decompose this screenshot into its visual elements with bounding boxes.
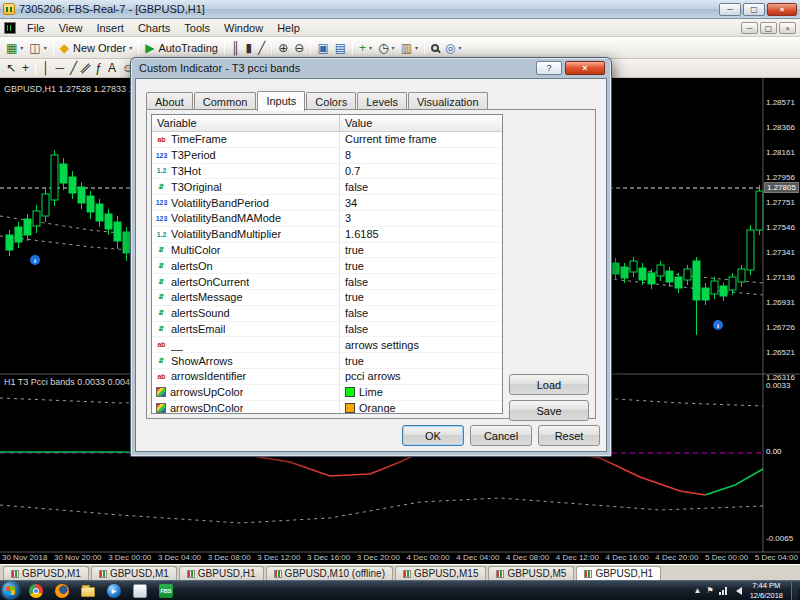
param-row-arrowsIdentifier[interactable]: abarrowsIdentifierpcci arrows: [152, 369, 502, 385]
param-row-alertsOnCurrent[interactable]: ⇵alertsOnCurrentfalse: [152, 274, 502, 290]
chart-tab-gbpusd-h1[interactable]: GBPUSD,H1: [576, 566, 661, 580]
autotrading-button[interactable]: ▶AutoTrading: [142, 39, 221, 57]
save-button[interactable]: Save: [509, 400, 589, 421]
community-button[interactable]: ◎▾: [442, 39, 465, 57]
menu-tools[interactable]: Tools: [177, 20, 217, 36]
volume-icon[interactable]: [732, 587, 742, 595]
chart-window-icon[interactable]: [4, 22, 16, 34]
param-value-cell[interactable]: 1.6185: [340, 228, 502, 240]
profiles-button[interactable]: ◫▾: [26, 39, 49, 57]
start-button[interactable]: [2, 582, 19, 599]
taskbar-app-media[interactable]: [104, 582, 124, 600]
menu-help[interactable]: Help: [270, 20, 307, 36]
dialog-close-button[interactable]: ×: [565, 61, 605, 75]
param-row-__[interactable]: ab__arrows settings: [152, 337, 502, 353]
param-row-T3Original[interactable]: ⇵T3Originalfalse: [152, 179, 502, 195]
periods-button[interactable]: ◷▾: [375, 39, 398, 57]
param-row-VolatilityBandMultiplier[interactable]: 1.2VolatilityBandMultiplier1.6185: [152, 227, 502, 243]
param-value-cell[interactable]: true: [340, 291, 502, 303]
param-row-T3Hot[interactable]: 1.2T3Hot0.7: [152, 164, 502, 180]
param-row-alertsSound[interactable]: ⇵alertsSoundfalse: [152, 306, 502, 322]
param-value-cell[interactable]: false: [340, 276, 502, 288]
param-row-TimeFrame[interactable]: abTimeFrameCurrent time frame: [152, 132, 502, 148]
bars-chart-button[interactable]: ║: [228, 39, 243, 57]
chart-tab-gbpusd-m5[interactable]: GBPUSD,M5: [488, 566, 574, 580]
param-value-cell[interactable]: Current time frame: [340, 133, 502, 145]
child-restore-button[interactable]: ▢: [760, 22, 777, 34]
chart-tab-gbpusd-m1[interactable]: GBPUSD,M1: [91, 566, 177, 580]
param-value-cell[interactable]: arrows settings: [340, 339, 502, 351]
menu-insert[interactable]: Insert: [89, 20, 131, 36]
menu-file[interactable]: File: [20, 20, 52, 36]
arrange-windows-button[interactable]: ▤: [332, 39, 349, 57]
param-value-cell[interactable]: true: [340, 355, 502, 367]
child-close-button[interactable]: ×: [779, 22, 796, 34]
minimize-button[interactable]: ─: [719, 3, 741, 16]
candles-chart-button[interactable]: ▮: [242, 39, 255, 57]
param-value-cell[interactable]: 3: [340, 212, 502, 224]
param-row-alertsOn[interactable]: ⇵alertsOntrue: [152, 258, 502, 274]
ok-button[interactable]: OK: [402, 425, 464, 446]
taskbar-app-chrome[interactable]: [26, 582, 46, 600]
taskbar-clock[interactable]: 7:44 PM 12/6/2018: [750, 581, 783, 600]
chart-tab-gbpusd-m15[interactable]: GBPUSD,M15: [395, 566, 486, 580]
column-header-value[interactable]: Value: [340, 115, 502, 131]
menu-charts[interactable]: Charts: [131, 20, 177, 36]
zoom-in-button[interactable]: ⊕: [275, 39, 291, 57]
param-row-arrowsDnColor[interactable]: arrowsDnColorOrange: [152, 401, 502, 414]
chart-tab-gbpusd-m10-offline-[interactable]: GBPUSD,M10 (offline): [266, 566, 393, 580]
param-value-cell[interactable]: pcci arrows: [340, 370, 502, 382]
line-chart-button[interactable]: ╱: [255, 39, 268, 57]
param-value-cell[interactable]: false: [340, 181, 502, 193]
network-icon[interactable]: [719, 587, 727, 595]
maximize-button[interactable]: ▢: [743, 3, 765, 16]
param-value-cell[interactable]: Lime: [340, 386, 502, 398]
indicators-button[interactable]: +▾: [356, 39, 375, 57]
menu-window[interactable]: Window: [217, 20, 270, 36]
cancel-button[interactable]: Cancel: [470, 425, 532, 446]
taskbar-app-firefox[interactable]: [52, 582, 72, 600]
param-row-alertsMessage[interactable]: ⇵alertsMessagetrue: [152, 290, 502, 306]
param-value-cell[interactable]: true: [340, 244, 502, 256]
show-desktop-button[interactable]: [791, 582, 798, 600]
trendline-tool[interactable]: ╱: [67, 59, 80, 77]
zoom-out-button[interactable]: ⊖: [291, 39, 307, 57]
new-chart-button[interactable]: ▦▾: [3, 39, 26, 57]
chart-tab-gbpusd-m1[interactable]: GBPUSD,M1: [3, 566, 89, 580]
param-row-VolatilityBandMAMode[interactable]: 123VolatilityBandMAMode3: [152, 211, 502, 227]
horizontal-line-tool[interactable]: ─: [53, 59, 68, 77]
dialog-titlebar[interactable]: Custom Indicator - T3 pcci bands ?×: [135, 58, 607, 78]
menu-view[interactable]: View: [52, 20, 90, 36]
param-value-cell[interactable]: false: [340, 307, 502, 319]
param-value-cell[interactable]: Orange: [340, 402, 502, 414]
param-value-cell[interactable]: 0.7: [340, 165, 502, 177]
search-button[interactable]: [428, 39, 442, 57]
tile-windows-button[interactable]: ▣: [314, 39, 331, 57]
reset-button[interactable]: Reset: [538, 425, 600, 446]
cursor-tool[interactable]: ↖: [3, 59, 19, 77]
vertical-line-tool[interactable]: │: [39, 59, 53, 77]
action-center-icon[interactable]: ⚑: [706, 586, 713, 595]
dialog-tab-inputs[interactable]: Inputs: [257, 91, 305, 111]
param-row-arrowsUpColor[interactable]: arrowsUpColorLime: [152, 385, 502, 401]
param-value-cell[interactable]: 34: [340, 197, 502, 209]
crosshair-tool[interactable]: +: [19, 59, 32, 77]
text-tool[interactable]: A: [105, 59, 119, 77]
param-value-cell[interactable]: 8: [340, 149, 502, 161]
param-row-ShowArrows[interactable]: ⇵ShowArrowstrue: [152, 353, 502, 369]
fibonacci-tool[interactable]: ƒ: [92, 59, 105, 77]
taskbar-app-folder[interactable]: [78, 582, 98, 600]
templates-button[interactable]: ▥▾: [398, 39, 421, 57]
param-row-alertsEmail[interactable]: ⇵alertsEmailfalse: [152, 322, 502, 338]
dialog-help-button[interactable]: ?: [536, 61, 562, 75]
taskbar-app-generic[interactable]: [130, 582, 150, 600]
taskbar-app-fbs[interactable]: FBS: [156, 582, 176, 600]
load-button[interactable]: Load: [509, 374, 589, 395]
param-row-VolatilityBandPeriod[interactable]: 123VolatilityBandPeriod34: [152, 195, 502, 211]
channel-tool[interactable]: ∥: [80, 59, 92, 77]
hidden-icons-button[interactable]: ▲: [694, 586, 702, 595]
param-value-cell[interactable]: true: [340, 260, 502, 272]
new-order-button[interactable]: ◆New Order▾: [57, 39, 135, 57]
chart-tab-gbpusd-h1[interactable]: GBPUSD,H1: [179, 566, 264, 580]
window-titlebar[interactable]: 7305206: FBS-Real-7 - [GBPUSD,H1] ─▢×: [0, 0, 800, 19]
